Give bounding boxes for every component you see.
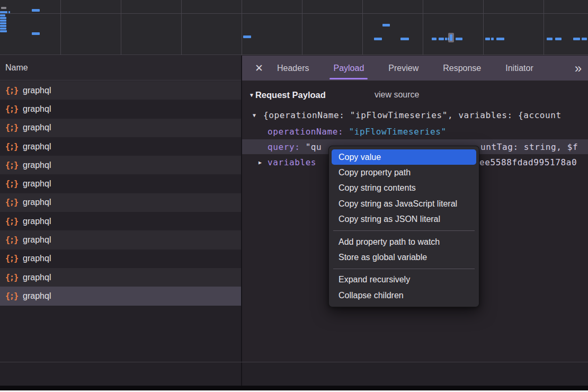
query-left-fragment: query: "qu	[268, 142, 322, 152]
waterfall-bar	[450, 34, 452, 41]
request-row[interactable]: {;}graphql	[0, 119, 241, 137]
gridline	[483, 0, 484, 55]
request-name: graphql	[23, 142, 51, 152]
tab-payload[interactable]: Payload	[333, 56, 364, 81]
request-row[interactable]: {;}graphql	[0, 250, 241, 268]
variables-right-fragment: ee5588fdad995178a0	[479, 157, 577, 167]
menu-item-add-property-path-to-watch[interactable]: Add property path to watch	[329, 234, 479, 250]
request-name: graphql	[23, 104, 51, 114]
waterfall-bar	[0, 17, 6, 19]
menu-item-copy-string-contents[interactable]: Copy string contents	[329, 181, 479, 196]
json-braces-icon: {;}	[5, 198, 18, 207]
request-row[interactable]: {;}graphql	[0, 212, 241, 230]
horizontal-divider	[0, 362, 588, 362]
gridline	[121, 0, 121, 55]
close-icon[interactable]: ✕	[251, 56, 267, 81]
request-row[interactable]: {;}graphql	[0, 174, 241, 193]
collapse-triangle-icon[interactable]: ▼	[249, 92, 254, 98]
details-tab-bar: ✕ HeadersPayloadPreviewResponseInitiator…	[242, 56, 588, 81]
waterfall-bar	[0, 11, 7, 13]
payload-root-row[interactable]: ▼ {operationName: "ipFlowTimeseries", va…	[242, 109, 588, 121]
property-value: "ipFlowTimeseries"	[349, 127, 447, 137]
view-source-link[interactable]: view source	[375, 90, 419, 100]
gridline	[362, 0, 363, 55]
waterfall-bar	[0, 14, 5, 16]
waterfall-bar	[491, 38, 494, 40]
network-overview-timeline[interactable]	[0, 0, 588, 55]
menu-separator	[333, 269, 475, 269]
expanded-triangle-icon[interactable]: ▼	[253, 112, 256, 118]
waterfall-bar	[496, 38, 504, 40]
request-row[interactable]: {;}graphql	[0, 230, 241, 249]
waterfall-bar	[32, 32, 40, 35]
request-row[interactable]: {;}graphql	[0, 287, 241, 305]
waterfall-bar	[573, 38, 580, 40]
query-right-fragment: untTag: string, $f	[480, 142, 578, 152]
json-braces-icon: {;}	[5, 273, 18, 282]
request-name: graphql	[23, 273, 51, 282]
more-tabs-icon[interactable]: »	[575, 56, 582, 81]
gridline	[60, 0, 61, 55]
devtools-network-panel: Name {;}graphql{;}graphql{;}graphql{;}gr…	[0, 0, 588, 392]
waterfall-bar	[439, 38, 444, 40]
name-column-header[interactable]: Name	[0, 56, 241, 81]
request-row[interactable]: {;}graphql	[0, 193, 241, 212]
menu-item-collapse-children[interactable]: Collapse children	[329, 288, 479, 303]
waterfall-bar	[0, 28, 6, 30]
menu-item-store-as-global-variable[interactable]: Store as global variable	[329, 250, 479, 265]
waterfall-bar	[547, 38, 553, 40]
menu-item-copy-string-as-json-literal[interactable]: Copy string as JSON literal	[329, 212, 479, 227]
collapsed-triangle-icon[interactable]: ▶	[259, 159, 262, 165]
json-braces-icon: {;}	[5, 291, 18, 301]
waterfall-bar	[1, 7, 6, 9]
request-name: graphql	[23, 86, 51, 95]
waterfall-bar	[0, 22, 6, 24]
waterfall-bar	[382, 24, 390, 26]
menu-item-expand-recursively[interactable]: Expand recursively	[329, 272, 479, 288]
waterfall-bar	[243, 35, 251, 38]
json-braces-icon: {;}	[5, 123, 18, 132]
waterfall-bar	[445, 38, 447, 40]
waterfall-bar	[374, 38, 382, 40]
operation-name-row[interactable]: operationName: "ipFlowTimeseries"	[268, 125, 447, 138]
json-braces-icon: {;}	[5, 142, 18, 152]
request-name: graphql	[23, 179, 51, 189]
tab-strip: HeadersPayloadPreviewResponseInitiator	[277, 56, 533, 81]
tab-response[interactable]: Response	[443, 56, 481, 81]
request-row[interactable]: {;}graphql	[0, 100, 241, 118]
menu-separator	[333, 230, 475, 231]
bottom-bar	[0, 386, 588, 390]
waterfall-bar	[485, 38, 490, 40]
waterfall-bar	[32, 9, 40, 12]
waterfall-bar	[555, 38, 562, 40]
payload-object-preview: {operationName: "ipFlowTimeseries", vari…	[263, 110, 562, 120]
request-name: graphql	[23, 123, 51, 132]
request-row[interactable]: {;}graphql	[0, 156, 241, 174]
json-braces-icon: {;}	[5, 235, 18, 245]
gridline	[423, 0, 423, 55]
waterfall-bar	[400, 38, 409, 40]
request-row[interactable]: {;}graphql	[0, 137, 241, 156]
menu-item-copy-value[interactable]: Copy value	[332, 149, 476, 165]
waterfall-bar	[8, 11, 10, 13]
request-payload-title: Request Payload	[255, 90, 326, 100]
waterfall-bar	[456, 38, 462, 40]
waterfall-bar	[0, 25, 6, 27]
request-name: graphql	[23, 217, 51, 226]
tab-initiator[interactable]: Initiator	[505, 56, 533, 81]
request-name: graphql	[23, 291, 51, 301]
json-braces-icon: {;}	[5, 179, 18, 189]
menu-item-copy-string-as-javascript-literal[interactable]: Copy string as JavaScript literal	[329, 196, 479, 211]
waterfall-bar	[0, 20, 6, 22]
waterfall-bar	[448, 38, 449, 40]
request-name: graphql	[23, 198, 51, 207]
tab-preview[interactable]: Preview	[388, 56, 418, 81]
request-row[interactable]: {;}graphql	[0, 268, 241, 287]
tab-headers[interactable]: Headers	[277, 56, 309, 81]
gridline	[181, 0, 182, 55]
menu-item-copy-property-path[interactable]: Copy property path	[329, 165, 479, 180]
property-key: operationName:	[268, 127, 343, 137]
json-braces-icon: {;}	[5, 217, 18, 226]
gridline	[242, 0, 242, 55]
request-row[interactable]: {;}graphql	[0, 81, 241, 100]
